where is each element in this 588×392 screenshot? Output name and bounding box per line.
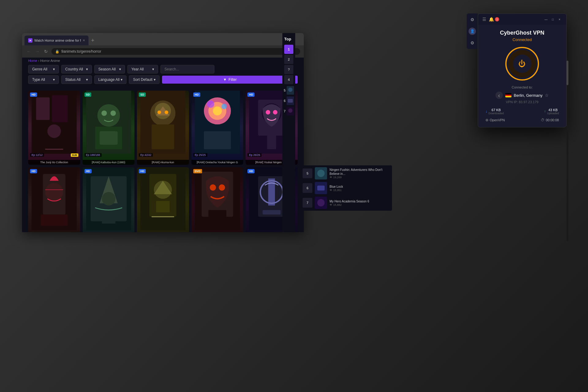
svg-rect-48: [208, 210, 226, 219]
anime-card-3[interactable]: SD Ep 42/42 [RAW] Akuma-kun: [137, 91, 189, 165]
server-row: ‹ Berlin, Germany ☆: [483, 92, 561, 99]
rank-1: 1: [284, 45, 293, 54]
trending-item-7[interactable]: 7 My Hero Academia Season 6 👁 15,882: [303, 197, 390, 209]
language-filter[interactable]: Language All ▾: [94, 75, 126, 84]
card-1-quality: HD: [30, 92, 37, 97]
anime-card-4[interactable]: HD Ep 25/25 [RAW] Oretacha Youkai Ningen…: [191, 91, 243, 165]
svg-point-17: [165, 111, 168, 114]
card-3-art: [137, 91, 189, 154]
refresh-btn[interactable]: ↻: [43, 49, 49, 54]
anime-card-6[interactable]: HD: [28, 167, 80, 232]
new-tab-btn[interactable]: +: [91, 38, 94, 43]
trending-7-thumb: [315, 197, 327, 209]
svg-rect-35: [41, 215, 68, 226]
anime-card-2[interactable]: SD Ep 188/188 [RAW] Kaibutsu-kun (1980): [83, 91, 135, 165]
vpn-user-avatar[interactable]: 👤: [469, 28, 476, 35]
vpn-maximize-btn[interactable]: □: [550, 17, 555, 22]
eye-icon-7: 👁: [330, 203, 332, 206]
sort-chevron: ▾: [154, 77, 156, 82]
filter-icon: ▼: [223, 77, 227, 82]
svg-point-9: [101, 111, 107, 116]
address-bar[interactable]: 🔒 9animetv.to/genre/horror: [51, 48, 300, 55]
card-2-title: [RAW] Kaibutsu-kun (1980): [83, 160, 135, 165]
breadcrumb-current: Horror Anime: [40, 59, 60, 62]
rank-7-num: 7: [284, 109, 286, 113]
country-chevron: ▾: [86, 67, 88, 71]
duration-item: ⏱ 00:00:08: [541, 118, 559, 122]
svg-point-60: [317, 170, 325, 177]
season-filter[interactable]: Season All ▾: [94, 65, 125, 74]
type-filter[interactable]: Type All ▾: [28, 75, 59, 84]
search-input[interactable]: [160, 65, 214, 74]
bell-icon[interactable]: 🔔: [489, 17, 494, 22]
anime-card-1[interactable]: HD Ep 12/12 SUB The Junji Ito Collection: [28, 91, 80, 165]
trending-5-thumb: [315, 167, 327, 179]
status-label: Status All: [65, 77, 81, 82]
back-nav-btn[interactable]: ‹: [496, 92, 503, 99]
vpn-logo-area: CyberGhost VPN Connected: [483, 30, 561, 42]
vpn-sidebar-icon-1[interactable]: ⚙: [470, 17, 474, 22]
trending-item-6[interactable]: 6 Blue Lock 👁 15,951: [303, 182, 390, 194]
rank-5-row: 5: [282, 85, 295, 96]
status-filter[interactable]: Status All ▾: [61, 75, 92, 84]
rank-3: ?: [284, 65, 293, 74]
svg-point-54: [288, 88, 292, 92]
country-filter[interactable]: Country All ▾: [61, 65, 92, 74]
genre-chevron: ▾: [53, 67, 55, 71]
svg-point-23: [221, 104, 227, 109]
svg-point-58: [288, 108, 292, 113]
protocol-text: OpenVPN: [490, 118, 505, 122]
power-btn[interactable]: ⏻: [513, 55, 531, 73]
sort-filter[interactable]: Sort Default ▾: [129, 75, 160, 84]
rank-5-num: 5: [284, 89, 286, 92]
back-btn[interactable]: ←: [26, 49, 32, 54]
card-5-ep: Ep 26/26: [247, 153, 262, 157]
trending-6-rank: 6: [303, 183, 312, 193]
download-sublabel: Downloaded: [488, 112, 504, 115]
filter-apply-btn[interactable]: ▼ Filter: [162, 76, 298, 84]
svg-point-46: [210, 184, 216, 191]
svg-point-64: [317, 199, 325, 206]
trending-item-5[interactable]: 5 Ningen Fushin: Adventurers Who Don't B…: [303, 167, 390, 179]
hamburger-icon[interactable]: ☰: [482, 17, 486, 22]
trending-5-info: Ningen Fushin: Adventurers Who Don't Bel…: [330, 168, 390, 179]
card-3-quality: SD: [139, 92, 146, 97]
trending-5-title: Ningen Fushin: Adventurers Who Don't Bel…: [330, 168, 390, 176]
download-arrow-icon: ↓: [485, 109, 487, 114]
favorite-star-icon[interactable]: ☆: [545, 93, 549, 98]
svg-rect-15: [152, 124, 174, 149]
anime-card-8[interactable]: HD: [137, 167, 189, 232]
bell-count: 1: [495, 17, 499, 21]
card-3-ep: Ep 42/42: [139, 153, 153, 157]
power-ring: ⏻: [505, 47, 539, 81]
vpn-app-name: CyberGhost VPN: [483, 30, 561, 36]
upload-arrow-icon: ↑: [544, 109, 546, 114]
forward-btn[interactable]: →: [34, 49, 40, 54]
browser-tab-active[interactable]: Watch Horror anime online for f ×: [24, 36, 89, 45]
trending-7-views: 👁 15,882: [330, 203, 369, 206]
eye-icon: 👁: [330, 176, 332, 179]
vpn-ip-label: VPN IP:: [506, 100, 518, 104]
vpn-titlebar: ☰ 🔔 1 — □ ×: [478, 14, 566, 25]
year-filter[interactable]: Year All ▾: [127, 65, 158, 74]
anime-card-7[interactable]: HD: [83, 167, 135, 232]
genre-filter[interactable]: Genre All ▾: [28, 65, 59, 74]
duration-text: 00:00:08: [546, 118, 559, 122]
browser-window: Watch Horror anime online for f × + ← → …: [22, 33, 304, 232]
card-5-quality: HD: [247, 92, 254, 97]
vpn-close-btn[interactable]: ×: [557, 17, 562, 22]
svg-rect-43: [156, 201, 170, 213]
scrollbar-thumb[interactable]: [567, 61, 568, 85]
protocol-item: ⊕ OpenVPN: [485, 118, 505, 122]
vpn-minimize-btn[interactable]: —: [544, 17, 548, 22]
tab-close-btn[interactable]: ×: [83, 38, 85, 43]
anime-card-9[interactable]: DVD: [191, 167, 243, 232]
card-1-title: The Junji Ito Collection: [28, 160, 80, 165]
breadcrumb-home[interactable]: Home: [28, 59, 37, 62]
svg-rect-11: [100, 131, 118, 145]
year-chevron: ▾: [152, 67, 154, 71]
browser-chrome: Watch Horror anime online for f × + ← → …: [22, 33, 304, 58]
svg-point-33: [45, 183, 63, 201]
season-label: Season All: [98, 67, 116, 71]
vpn-sidebar-settings-icon[interactable]: ⚙: [470, 40, 474, 45]
